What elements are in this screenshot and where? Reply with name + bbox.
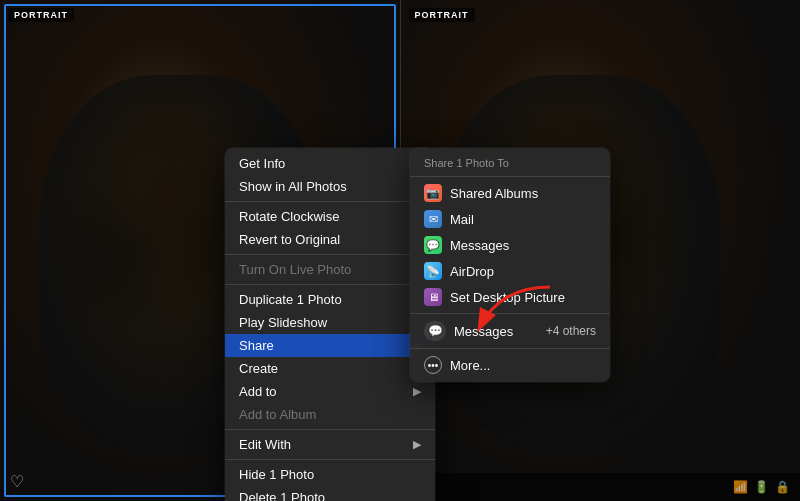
wifi-icon: 📶 [733, 480, 748, 494]
menu-sep-4 [225, 429, 435, 430]
menu-item-show-in-all-photos[interactable]: Show in All Photos [225, 175, 435, 198]
menu-item-rotate-clockwise[interactable]: Rotate Clockwise [225, 205, 435, 228]
messages-icon: 💬 [424, 236, 442, 254]
submenu-item-mail[interactable]: ✉ Mail [410, 206, 610, 232]
menu-item-hide-photo[interactable]: Hide 1 Photo [225, 463, 435, 486]
mail-icon: ✉ [424, 210, 442, 228]
menu-item-add-to[interactable]: Add to ▶ [225, 380, 435, 403]
message-bubble-icon: 💬 [424, 321, 446, 341]
bottom-toolbar: 📶 🔋 🔒 [401, 473, 801, 501]
menu-item-duplicate-photo[interactable]: Duplicate 1 Photo [225, 288, 435, 311]
submenu-sep-3 [410, 348, 610, 349]
messages-count-badge: +4 others [546, 324, 596, 338]
battery-icon: 🔋 [754, 480, 769, 494]
submenu-item-set-desktop[interactable]: 🖥 Set Desktop Picture [410, 284, 610, 310]
menu-item-add-to-album: Add to Album [225, 403, 435, 426]
menu-item-turn-on-live-photo: Turn On Live Photo [225, 258, 435, 281]
add-to-arrow-icon: ▶ [413, 385, 421, 398]
menu-item-share[interactable]: Share ▶ [225, 334, 435, 357]
menu-item-create[interactable]: Create ▶ [225, 357, 435, 380]
menu-item-get-info[interactable]: Get Info [225, 152, 435, 175]
menu-item-revert-to-original[interactable]: Revert to Original [225, 228, 435, 251]
menu-item-edit-with[interactable]: Edit With ▶ [225, 433, 435, 456]
menu-sep-2 [225, 254, 435, 255]
desktop-icon: 🖥 [424, 288, 442, 306]
lock-icon: 🔒 [775, 480, 790, 494]
more-circle-icon: ••• [424, 356, 442, 374]
submenu-sep-2 [410, 313, 610, 314]
messages-section-label: Messages [454, 324, 513, 339]
submenu-item-messages[interactable]: 💬 Messages [410, 232, 610, 258]
right-portrait-badge: PORTRAIT [409, 8, 475, 22]
menu-sep-5 [225, 459, 435, 460]
edit-with-arrow-icon: ▶ [413, 438, 421, 451]
airdrop-icon: 📡 [424, 262, 442, 280]
menu-item-delete-photo[interactable]: Delete 1 Photo [225, 486, 435, 501]
submenu-sep-1 [410, 176, 610, 177]
share-submenu-header: Share 1 Photo To [410, 152, 610, 173]
heart-icon[interactable]: ♡ [10, 472, 24, 491]
menu-item-play-slideshow[interactable]: Play Slideshow [225, 311, 435, 334]
left-portrait-badge: PORTRAIT [8, 8, 74, 22]
submenu-item-shared-albums[interactable]: 📷 Shared Albums [410, 180, 610, 206]
context-menu: Get Info Show in All Photos Rotate Clock… [225, 148, 435, 501]
submenu-item-more[interactable]: ••• More... [410, 352, 610, 378]
share-submenu: Share 1 Photo To 📷 Shared Albums ✉ Mail … [410, 148, 610, 382]
shared-albums-icon: 📷 [424, 184, 442, 202]
menu-sep-3 [225, 284, 435, 285]
menu-sep-1 [225, 201, 435, 202]
submenu-item-airdrop[interactable]: 📡 AirDrop [410, 258, 610, 284]
messages-contacts-row[interactable]: 💬 Messages +4 others [410, 317, 610, 345]
